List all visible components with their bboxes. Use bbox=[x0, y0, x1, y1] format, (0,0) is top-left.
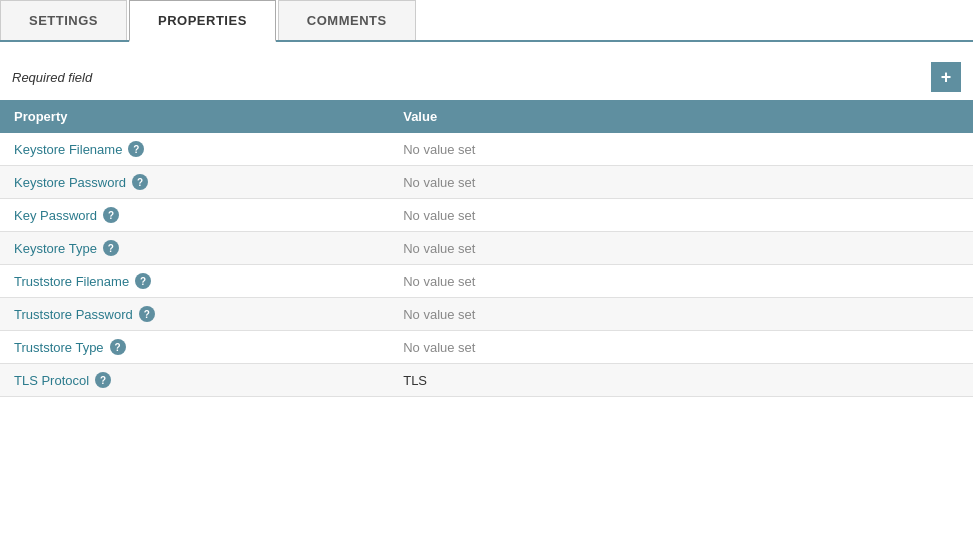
property-action-cell bbox=[895, 133, 973, 166]
property-name: Truststore Filename bbox=[14, 274, 129, 289]
add-property-button[interactable]: + bbox=[931, 62, 961, 92]
column-header-action bbox=[895, 100, 973, 133]
property-name-cell: TLS Protocol? bbox=[0, 364, 389, 397]
property-action-cell bbox=[895, 265, 973, 298]
property-name: Keystore Type bbox=[14, 241, 97, 256]
required-field-label: Required field bbox=[12, 70, 92, 85]
info-icon[interactable]: ? bbox=[110, 339, 126, 355]
info-icon[interactable]: ? bbox=[128, 141, 144, 157]
table-row[interactable]: Keystore Type?No value set bbox=[0, 232, 973, 265]
property-value-cell: No value set bbox=[389, 133, 895, 166]
property-value-cell: No value set bbox=[389, 331, 895, 364]
property-name: Key Password bbox=[14, 208, 97, 223]
tab-properties[interactable]: PROPERTIES bbox=[129, 0, 276, 42]
table-header-row: Property Value bbox=[0, 100, 973, 133]
table-row[interactable]: Truststore Filename?No value set bbox=[0, 265, 973, 298]
table-row[interactable]: Keystore Password?No value set bbox=[0, 166, 973, 199]
property-action-cell bbox=[895, 298, 973, 331]
tab-settings[interactable]: SETTINGS bbox=[0, 0, 127, 40]
property-action-cell bbox=[895, 331, 973, 364]
column-header-value: Value bbox=[389, 100, 895, 133]
property-name: Truststore Type bbox=[14, 340, 104, 355]
tab-bar: SETTINGS PROPERTIES COMMENTS bbox=[0, 0, 973, 42]
property-name: Truststore Password bbox=[14, 307, 133, 322]
info-icon[interactable]: ? bbox=[135, 273, 151, 289]
property-action-cell bbox=[895, 166, 973, 199]
property-action-cell bbox=[895, 232, 973, 265]
property-name-cell: Truststore Filename? bbox=[0, 265, 389, 298]
required-field-row: Required field + bbox=[0, 54, 973, 100]
property-value-cell: No value set bbox=[389, 199, 895, 232]
info-icon[interactable]: ? bbox=[103, 240, 119, 256]
property-name: Keystore Filename bbox=[14, 142, 122, 157]
column-header-property: Property bbox=[0, 100, 389, 133]
info-icon[interactable]: ? bbox=[139, 306, 155, 322]
info-icon[interactable]: ? bbox=[95, 372, 111, 388]
info-icon[interactable]: ? bbox=[132, 174, 148, 190]
content-area: Required field + Property Value Keystore… bbox=[0, 42, 973, 397]
table-row[interactable]: Keystore Filename?No value set bbox=[0, 133, 973, 166]
property-name-cell: Keystore Password? bbox=[0, 166, 389, 199]
property-value-cell: TLS bbox=[389, 364, 895, 397]
property-value-cell: No value set bbox=[389, 232, 895, 265]
property-name-cell: Key Password? bbox=[0, 199, 389, 232]
table-row[interactable]: Truststore Type?No value set bbox=[0, 331, 973, 364]
property-action-cell bbox=[895, 199, 973, 232]
property-name-cell: Keystore Type? bbox=[0, 232, 389, 265]
property-name-cell: Truststore Type? bbox=[0, 331, 389, 364]
properties-table: Property Value Keystore Filename?No valu… bbox=[0, 100, 973, 397]
property-name: TLS Protocol bbox=[14, 373, 89, 388]
table-row[interactable]: Truststore Password?No value set bbox=[0, 298, 973, 331]
property-name-cell: Truststore Password? bbox=[0, 298, 389, 331]
table-row[interactable]: Key Password?No value set bbox=[0, 199, 973, 232]
property-name-cell: Keystore Filename? bbox=[0, 133, 389, 166]
tab-comments[interactable]: COMMENTS bbox=[278, 0, 416, 40]
property-value-cell: No value set bbox=[389, 265, 895, 298]
property-action-cell bbox=[895, 364, 973, 397]
property-name: Keystore Password bbox=[14, 175, 126, 190]
property-value-cell: No value set bbox=[389, 166, 895, 199]
table-row[interactable]: TLS Protocol?TLS bbox=[0, 364, 973, 397]
property-value-cell: No value set bbox=[389, 298, 895, 331]
info-icon[interactable]: ? bbox=[103, 207, 119, 223]
